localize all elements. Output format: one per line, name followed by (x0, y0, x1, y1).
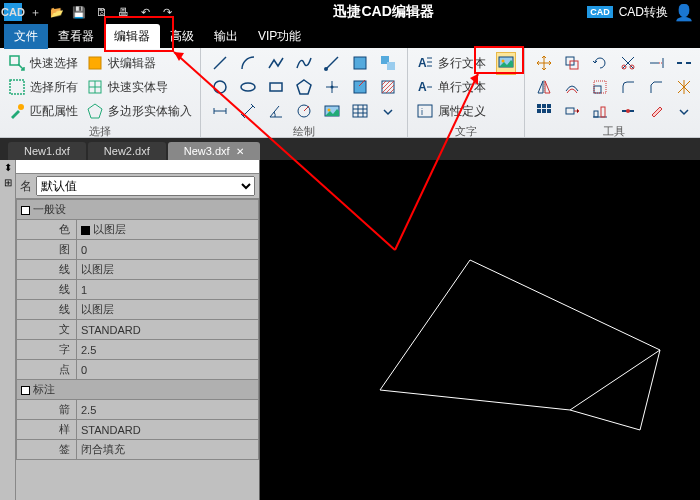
select-all-button[interactable]: 选择所有 (8, 76, 78, 98)
svg-rect-9 (354, 57, 366, 69)
polyline-icon[interactable] (265, 52, 287, 74)
prop-value[interactable]: 2.5 (77, 400, 259, 420)
save-icon[interactable]: 💾 (70, 3, 88, 21)
prop-key: 线 (17, 260, 77, 280)
prop-value[interactable]: 1 (77, 280, 259, 300)
match-props-button[interactable]: 匹配属性 (8, 100, 78, 122)
app-logo-icon[interactable]: CAD (4, 3, 22, 21)
fillet-icon[interactable] (617, 76, 639, 98)
prop-key: 签 (17, 440, 77, 460)
dim-aligned-icon[interactable] (237, 100, 259, 122)
line-icon[interactable] (209, 52, 231, 74)
prop-value[interactable]: 0 (77, 240, 259, 260)
ellipse-icon[interactable] (237, 76, 259, 98)
tab-viewer[interactable]: 查看器 (48, 24, 104, 49)
prop-value[interactable]: STANDARD (77, 420, 259, 440)
table-icon[interactable] (349, 100, 371, 122)
panel-drag-handle[interactable] (16, 160, 259, 174)
edit-block-icon[interactable] (349, 76, 371, 98)
copy-icon[interactable] (561, 52, 583, 74)
multiline-text-button[interactable]: A多行文本 (416, 52, 516, 74)
more-tools-icon[interactable] (673, 100, 695, 122)
dim-radius-icon[interactable] (293, 100, 315, 122)
align-icon[interactable] (589, 100, 611, 122)
prop-group[interactable]: 标注 (17, 380, 259, 400)
chamfer-icon[interactable] (645, 76, 667, 98)
explode-icon[interactable] (673, 76, 695, 98)
gutter-tab[interactable]: ⬍ (0, 160, 15, 175)
prop-value[interactable]: 以图层 (77, 300, 259, 320)
singleline-text-button[interactable]: A单行文本 (416, 76, 516, 98)
array-icon[interactable] (533, 100, 555, 122)
doc-tab[interactable]: New1.dxf (8, 142, 86, 160)
polygon-icon[interactable] (293, 76, 315, 98)
ribbon-group-label: 绘制 (209, 122, 399, 139)
block-editor-button[interactable]: 状编辑器 (86, 52, 192, 74)
join-icon[interactable] (617, 100, 639, 122)
rotate-icon[interactable] (589, 52, 611, 74)
stretch-icon[interactable] (561, 100, 583, 122)
svg-text:i: i (421, 107, 423, 117)
prop-group[interactable]: 一般设 (17, 200, 259, 220)
move-icon[interactable] (533, 52, 555, 74)
tab-output[interactable]: 输出 (204, 24, 248, 49)
quick-entity-nav-button[interactable]: 快速实体导 (86, 76, 192, 98)
tab-file[interactable]: 文件 (4, 24, 48, 49)
save-pdf-icon[interactable]: 🖺 (92, 3, 110, 21)
svg-point-57 (626, 109, 630, 113)
rectangle-icon[interactable] (265, 76, 287, 98)
image-icon[interactable] (321, 100, 343, 122)
svg-rect-52 (547, 109, 551, 113)
hatch-icon[interactable] (377, 76, 399, 98)
drawing-canvas[interactable] (260, 160, 700, 500)
prop-value[interactable]: 以图层 (77, 220, 259, 240)
svg-text:A: A (418, 80, 427, 94)
tab-advanced[interactable]: 高级 (160, 24, 204, 49)
insert-block-icon[interactable] (349, 52, 371, 74)
ribbon-group-text: A多行文本 A单行文本 i属性定义 文字 (408, 48, 525, 137)
open-icon[interactable]: 📂 (48, 3, 66, 21)
user-icon[interactable]: 👤 (674, 3, 694, 22)
break-icon[interactable] (673, 52, 695, 74)
polygon-entity-input-button[interactable]: 多边形实体输入 (86, 100, 192, 122)
scale-icon[interactable] (589, 76, 611, 98)
doc-tab[interactable]: New3.dxf✕ (168, 142, 260, 160)
circle-icon[interactable] (209, 76, 231, 98)
tab-vip[interactable]: VIP功能 (248, 24, 311, 49)
point-icon[interactable] (321, 76, 343, 98)
erase-icon[interactable] (645, 100, 667, 122)
quick-select-button[interactable]: 快速选择 (8, 52, 78, 74)
svg-rect-27 (353, 105, 367, 117)
spline-icon[interactable] (293, 52, 315, 74)
offset-icon[interactable] (561, 76, 583, 98)
dim-linear-icon[interactable] (209, 100, 231, 122)
mirror-icon[interactable] (533, 76, 555, 98)
svg-rect-47 (537, 104, 541, 108)
close-icon[interactable]: ✕ (236, 146, 244, 157)
prop-value[interactable]: 闭合填充 (77, 440, 259, 460)
insert-image-icon[interactable] (496, 52, 516, 75)
prop-value[interactable]: 0 (77, 360, 259, 380)
make-block-icon[interactable] (377, 52, 399, 74)
redo-icon[interactable]: ↷ (158, 3, 176, 21)
trim-icon[interactable] (617, 52, 639, 74)
default-value-select[interactable]: 默认值 (36, 176, 255, 196)
prop-value[interactable]: 2.5 (77, 340, 259, 360)
svg-rect-49 (547, 104, 551, 108)
prop-value[interactable]: 以图层 (77, 260, 259, 280)
prop-value[interactable]: STANDARD (77, 320, 259, 340)
doc-tab[interactable]: New2.dxf (88, 142, 166, 160)
attribute-def-button[interactable]: i属性定义 (416, 100, 516, 122)
new-icon[interactable]: ＋ (26, 3, 44, 21)
cad-convert-badge-icon: CAD (587, 6, 613, 18)
cad-convert-button[interactable]: CAD转换 (619, 4, 668, 21)
gutter-tab[interactable]: ⊞ (0, 175, 15, 190)
undo-icon[interactable]: ↶ (136, 3, 154, 21)
print-icon[interactable]: 🖶 (114, 3, 132, 21)
tab-editor[interactable]: 编辑器 (104, 24, 160, 49)
more-draw-icon[interactable] (377, 100, 399, 122)
arc-icon[interactable] (237, 52, 259, 74)
dim-angular-icon[interactable] (265, 100, 287, 122)
ray-icon[interactable] (321, 52, 343, 74)
extend-icon[interactable] (645, 52, 667, 74)
